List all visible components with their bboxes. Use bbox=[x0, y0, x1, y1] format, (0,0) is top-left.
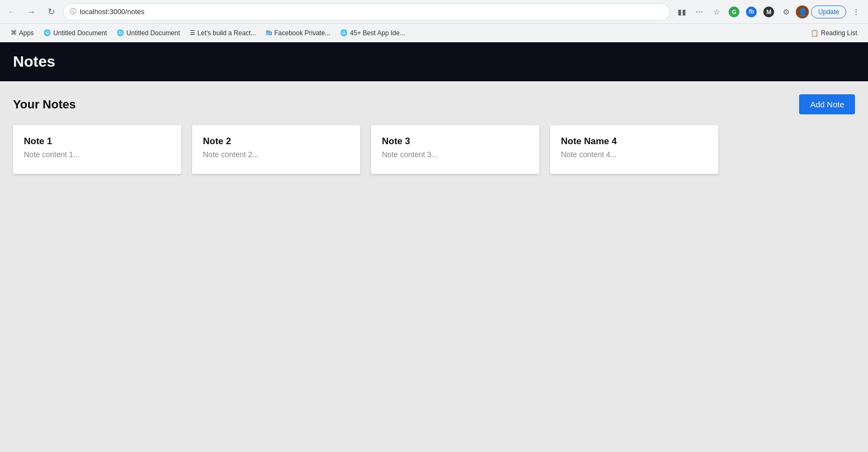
note-card-3[interactable]: Note 3 Note content 3... bbox=[371, 125, 539, 174]
apps-icon: ⌘ bbox=[11, 29, 17, 36]
bookmark-react[interactable]: ☰ Let's build a React... bbox=[186, 27, 260, 39]
lock-icon: ⓘ bbox=[70, 7, 76, 16]
list-icon: ☰ bbox=[190, 29, 195, 36]
app-body: Your Notes Add Note Note 1 Note content … bbox=[0, 81, 868, 452]
bookmarks-bar: ⌘ Apps 🌐 Untitled Document 🌐 Untitled Do… bbox=[0, 24, 868, 42]
bookmark-facebook-label: Facebook Private... bbox=[274, 29, 330, 37]
your-notes-title: Your Notes bbox=[13, 98, 76, 112]
notes-header: Your Notes Add Note bbox=[13, 94, 855, 114]
bookmark-apps[interactable]: ⌘ Apps bbox=[7, 27, 38, 39]
note-content-4: Note content 4... bbox=[561, 150, 707, 159]
note-card-4[interactable]: Note Name 4 Note content 4... bbox=[550, 125, 718, 174]
note-card-2[interactable]: Note 2 Note content 2... bbox=[192, 125, 360, 174]
bookmark-app-ideas-label: 45+ Best App Ide... bbox=[350, 29, 405, 37]
extension-m-button[interactable]: M bbox=[761, 4, 776, 20]
extension-fb-icon: fb bbox=[746, 7, 757, 17]
avatar[interactable]: 👤 bbox=[796, 5, 809, 18]
refresh-icon: ↻ bbox=[48, 7, 55, 17]
bookmark-apps-label: Apps bbox=[19, 29, 34, 37]
back-button[interactable]: ← bbox=[4, 4, 20, 20]
url-text: localhost:3000/notes bbox=[80, 8, 663, 16]
back-icon: ← bbox=[8, 7, 16, 17]
reading-list-label: Reading List bbox=[821, 29, 857, 37]
update-button[interactable]: Update bbox=[811, 5, 846, 18]
bookmark-untitled1-label: Untitled Document bbox=[53, 29, 107, 37]
app-title: Notes bbox=[13, 53, 855, 70]
reading-list-button[interactable]: 📋 Reading List bbox=[806, 27, 861, 39]
star-icon: ☆ bbox=[713, 8, 720, 16]
nav-bar: ← → ↻ ⓘ localhost:3000/notes ▮▮ ⋯ ☆ bbox=[0, 0, 868, 24]
screen-recorder-icon: ▮▮ bbox=[678, 8, 686, 16]
bookmark-untitled2[interactable]: 🌐 Untitled Document bbox=[112, 27, 184, 39]
refresh-button[interactable]: ↻ bbox=[43, 4, 59, 20]
bookmark-react-label: Let's build a React... bbox=[197, 29, 256, 37]
apps-menu-icon: ⋯ bbox=[695, 8, 703, 16]
extension-fb-button[interactable]: fb bbox=[744, 4, 759, 20]
bookmark-app-ideas[interactable]: 🌐 45+ Best App Ide... bbox=[336, 27, 410, 39]
globe-icon-1: 🌐 bbox=[43, 29, 51, 36]
avatar-image: 👤 bbox=[798, 8, 807, 16]
app-header: Notes bbox=[0, 42, 868, 81]
note-title-1: Note 1 bbox=[24, 136, 170, 147]
note-title-2: Note 2 bbox=[203, 136, 349, 147]
extensions-button[interactable]: ⚙ bbox=[778, 4, 794, 20]
extension-m-icon: M bbox=[763, 7, 774, 17]
fb-icon: fb bbox=[266, 29, 272, 37]
globe-icon-3: 🌐 bbox=[340, 29, 348, 36]
address-bar[interactable]: ⓘ localhost:3000/notes bbox=[63, 3, 670, 21]
note-content-1: Note content 1... bbox=[24, 150, 170, 159]
note-title-3: Note 3 bbox=[382, 136, 528, 147]
bookmark-untitled2-label: Untitled Document bbox=[126, 29, 180, 37]
note-title-4: Note Name 4 bbox=[561, 136, 707, 147]
note-content-3: Note content 3... bbox=[382, 150, 528, 159]
extension-g-icon: G bbox=[729, 7, 739, 17]
forward-button[interactable]: → bbox=[24, 4, 39, 20]
bookmark-star-button[interactable]: ☆ bbox=[709, 4, 724, 20]
bookmark-facebook[interactable]: fb Facebook Private... bbox=[261, 27, 335, 39]
more-options-icon: ⋮ bbox=[852, 8, 860, 16]
globe-icon-2: 🌐 bbox=[117, 29, 124, 36]
add-note-button[interactable]: Add Note bbox=[799, 94, 855, 114]
puzzle-icon: ⚙ bbox=[783, 8, 790, 16]
notes-grid: Note 1 Note content 1... Note 2 Note con… bbox=[13, 125, 718, 174]
more-options-button[interactable]: ⋮ bbox=[848, 4, 864, 20]
browser-chrome: ← → ↻ ⓘ localhost:3000/notes ▮▮ ⋯ ☆ bbox=[0, 0, 868, 42]
screen-recorder-button[interactable]: ▮▮ bbox=[674, 4, 690, 20]
forward-icon: → bbox=[27, 7, 36, 17]
nav-actions: ▮▮ ⋯ ☆ G fb M ⚙ bbox=[674, 4, 864, 20]
note-card-1[interactable]: Note 1 Note content 1... bbox=[13, 125, 181, 174]
note-content-2: Note content 2... bbox=[203, 150, 349, 159]
apps-menu-button[interactable]: ⋯ bbox=[692, 4, 707, 20]
reading-list-icon: 📋 bbox=[810, 29, 819, 37]
extension-g-button[interactable]: G bbox=[726, 4, 742, 20]
bookmark-untitled1[interactable]: 🌐 Untitled Document bbox=[39, 27, 111, 39]
